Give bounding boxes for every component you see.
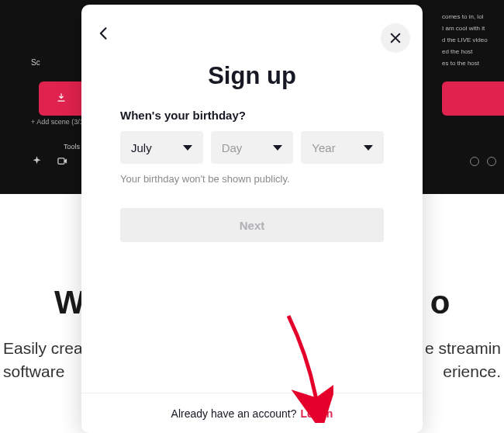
chevron-left-icon	[96, 26, 112, 41]
year-select-placeholder: Year	[312, 141, 335, 154]
year-select[interactable]: Year	[301, 131, 384, 164]
login-link[interactable]: Log in	[300, 407, 333, 420]
chevron-down-icon	[364, 145, 373, 151]
close-button[interactable]	[381, 23, 410, 53]
day-select-placeholder: Day	[222, 141, 243, 154]
day-select[interactable]: Day	[211, 131, 294, 164]
birthday-hint: Your birthday won't be shown publicly.	[120, 173, 384, 185]
modal-title: Sign up	[81, 62, 423, 90]
back-button[interactable]	[92, 22, 116, 45]
chevron-down-icon	[273, 145, 282, 151]
close-icon	[388, 31, 402, 45]
footer-text: Already have an account?	[171, 407, 297, 420]
signup-modal: Sign up When's your birthday? July Day Y…	[81, 5, 423, 433]
month-select[interactable]: July	[120, 131, 203, 164]
modal-overlay: Sign up When's your birthday? July Day Y…	[0, 0, 504, 433]
month-select-value: July	[131, 141, 152, 154]
modal-header	[81, 5, 423, 54]
modal-footer: Already have an account? Log in	[81, 393, 423, 433]
next-button[interactable]: Next	[120, 208, 384, 242]
birthday-label: When's your birthday?	[120, 109, 384, 122]
birthday-selects: July Day Year	[120, 131, 384, 164]
birthday-form: When's your birthday? July Day Year Your…	[81, 90, 423, 242]
chevron-down-icon	[183, 145, 192, 151]
